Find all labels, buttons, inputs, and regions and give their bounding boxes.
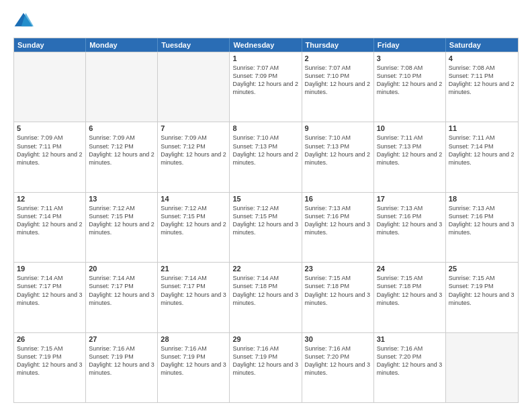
day-number: 24	[377, 265, 443, 273]
cell-detail: Sunrise: 7:14 AMSunset: 7:18 PMDaylight:…	[232, 274, 298, 307]
cell-detail: Sunrise: 7:12 AMSunset: 7:15 PMDaylight:…	[89, 204, 154, 237]
day-number: 31	[377, 335, 443, 343]
day-number: 2	[305, 54, 371, 62]
calendar-cell-1-5: 2Sunrise: 7:07 AMSunset: 7:10 PMDaylight…	[302, 52, 374, 122]
day-number: 7	[161, 124, 226, 132]
day-number: 14	[161, 195, 226, 203]
calendar-header: SundayMondayTuesdayWednesdayThursdayFrid…	[14, 38, 518, 52]
calendar-body: 1Sunrise: 7:07 AMSunset: 7:09 PMDaylight…	[14, 52, 518, 402]
calendar-cell-2-2: 6Sunrise: 7:09 AMSunset: 7:12 PMDaylight…	[86, 122, 158, 191]
calendar-cell-4-5: 23Sunrise: 7:15 AMSunset: 7:18 PMDayligh…	[302, 263, 374, 332]
weekday-header-monday: Monday	[86, 38, 158, 52]
day-number: 1	[232, 54, 298, 62]
day-number: 11	[449, 124, 515, 132]
day-number: 19	[17, 265, 83, 273]
day-number: 6	[89, 124, 154, 132]
day-number: 16	[305, 195, 371, 203]
calendar-cell-2-1: 5Sunrise: 7:09 AMSunset: 7:11 PMDaylight…	[14, 122, 86, 191]
day-number: 21	[161, 265, 226, 273]
cell-detail: Sunrise: 7:12 AMSunset: 7:15 PMDaylight:…	[232, 204, 298, 237]
calendar-cell-2-6: 10Sunrise: 7:11 AMSunset: 7:13 PMDayligh…	[374, 122, 446, 191]
day-number: 20	[89, 265, 154, 273]
calendar-row-2: 5Sunrise: 7:09 AMSunset: 7:11 PMDaylight…	[14, 122, 518, 191]
calendar-cell-2-4: 8Sunrise: 7:10 AMSunset: 7:13 PMDaylight…	[230, 122, 302, 191]
weekday-header-thursday: Thursday	[302, 38, 374, 52]
calendar-row-4: 19Sunrise: 7:14 AMSunset: 7:17 PMDayligh…	[14, 262, 518, 332]
calendar-cell-5-6: 31Sunrise: 7:16 AMSunset: 7:20 PMDayligh…	[374, 333, 446, 402]
calendar-cell-5-1: 26Sunrise: 7:15 AMSunset: 7:19 PMDayligh…	[14, 333, 86, 402]
calendar-cell-3-3: 14Sunrise: 7:12 AMSunset: 7:15 PMDayligh…	[158, 193, 230, 262]
day-number: 29	[232, 335, 298, 343]
day-number: 28	[161, 335, 226, 343]
calendar-cell-3-4: 15Sunrise: 7:12 AMSunset: 7:15 PMDayligh…	[230, 193, 302, 262]
weekday-header-wednesday: Wednesday	[230, 38, 302, 52]
cell-detail: Sunrise: 7:16 AMSunset: 7:19 PMDaylight:…	[89, 345, 154, 377]
calendar-cell-3-2: 13Sunrise: 7:12 AMSunset: 7:15 PMDayligh…	[86, 193, 158, 262]
calendar-cell-3-5: 16Sunrise: 7:13 AMSunset: 7:16 PMDayligh…	[302, 193, 374, 262]
calendar-cell-1-3	[158, 52, 230, 122]
day-number: 22	[232, 265, 298, 273]
calendar-cell-5-7	[446, 333, 518, 402]
weekday-header-sunday: Sunday	[14, 38, 86, 52]
calendar-cell-5-3: 28Sunrise: 7:16 AMSunset: 7:19 PMDayligh…	[158, 333, 230, 402]
calendar-cell-1-1	[14, 52, 86, 122]
weekday-header-friday: Friday	[374, 38, 446, 52]
cell-detail: Sunrise: 7:09 AMSunset: 7:11 PMDaylight:…	[17, 134, 83, 167]
calendar-row-3: 12Sunrise: 7:11 AMSunset: 7:14 PMDayligh…	[14, 192, 518, 262]
day-number: 18	[449, 195, 515, 203]
calendar-cell-2-3: 7Sunrise: 7:09 AMSunset: 7:12 PMDaylight…	[158, 122, 230, 191]
weekday-header-tuesday: Tuesday	[158, 38, 230, 52]
cell-detail: Sunrise: 7:13 AMSunset: 7:16 PMDaylight:…	[449, 204, 515, 237]
calendar-row-1: 1Sunrise: 7:07 AMSunset: 7:09 PMDaylight…	[14, 52, 518, 122]
day-number: 13	[89, 195, 154, 203]
calendar-cell-1-6: 3Sunrise: 7:08 AMSunset: 7:10 PMDaylight…	[374, 52, 446, 122]
day-number: 3	[377, 54, 443, 62]
cell-detail: Sunrise: 7:15 AMSunset: 7:19 PMDaylight:…	[449, 274, 515, 307]
cell-detail: Sunrise: 7:16 AMSunset: 7:19 PMDaylight:…	[232, 345, 298, 377]
cell-detail: Sunrise: 7:10 AMSunset: 7:13 PMDaylight:…	[232, 134, 298, 167]
day-number: 30	[305, 335, 371, 343]
cell-detail: Sunrise: 7:16 AMSunset: 7:20 PMDaylight:…	[377, 345, 443, 377]
cell-detail: Sunrise: 7:16 AMSunset: 7:20 PMDaylight:…	[305, 345, 371, 377]
cell-detail: Sunrise: 7:09 AMSunset: 7:12 PMDaylight:…	[161, 134, 226, 167]
logo	[13, 11, 36, 31]
calendar-cell-5-5: 30Sunrise: 7:16 AMSunset: 7:20 PMDayligh…	[302, 333, 374, 402]
header	[13, 11, 519, 31]
calendar-cell-1-4: 1Sunrise: 7:07 AMSunset: 7:09 PMDaylight…	[230, 52, 302, 122]
day-number: 23	[305, 265, 371, 273]
cell-detail: Sunrise: 7:08 AMSunset: 7:11 PMDaylight:…	[449, 64, 515, 97]
cell-detail: Sunrise: 7:14 AMSunset: 7:17 PMDaylight:…	[17, 274, 83, 307]
cell-detail: Sunrise: 7:13 AMSunset: 7:16 PMDaylight:…	[377, 204, 443, 237]
cell-detail: Sunrise: 7:11 AMSunset: 7:14 PMDaylight:…	[17, 204, 83, 237]
day-number: 12	[17, 195, 83, 203]
calendar-cell-4-4: 22Sunrise: 7:14 AMSunset: 7:18 PMDayligh…	[230, 263, 302, 332]
cell-detail: Sunrise: 7:15 AMSunset: 7:18 PMDaylight:…	[377, 274, 443, 307]
cell-detail: Sunrise: 7:14 AMSunset: 7:17 PMDaylight:…	[161, 274, 226, 307]
cell-detail: Sunrise: 7:07 AMSunset: 7:10 PMDaylight:…	[305, 64, 371, 97]
calendar-cell-4-7: 25Sunrise: 7:15 AMSunset: 7:19 PMDayligh…	[446, 263, 518, 332]
calendar-cell-3-6: 17Sunrise: 7:13 AMSunset: 7:16 PMDayligh…	[374, 193, 446, 262]
calendar-cell-2-7: 11Sunrise: 7:11 AMSunset: 7:14 PMDayligh…	[446, 122, 518, 191]
cell-detail: Sunrise: 7:11 AMSunset: 7:14 PMDaylight:…	[449, 134, 515, 167]
page: SundayMondayTuesdayWednesdayThursdayFrid…	[0, 0, 532, 411]
cell-detail: Sunrise: 7:08 AMSunset: 7:10 PMDaylight:…	[377, 64, 443, 97]
calendar-cell-4-3: 21Sunrise: 7:14 AMSunset: 7:17 PMDayligh…	[158, 263, 230, 332]
cell-detail: Sunrise: 7:13 AMSunset: 7:16 PMDaylight:…	[305, 204, 371, 237]
cell-detail: Sunrise: 7:14 AMSunset: 7:17 PMDaylight:…	[89, 274, 154, 307]
cell-detail: Sunrise: 7:10 AMSunset: 7:13 PMDaylight:…	[305, 134, 371, 167]
day-number: 26	[17, 335, 83, 343]
cell-detail: Sunrise: 7:12 AMSunset: 7:15 PMDaylight:…	[161, 204, 226, 237]
cell-detail: Sunrise: 7:07 AMSunset: 7:09 PMDaylight:…	[232, 64, 298, 97]
calendar-cell-4-1: 19Sunrise: 7:14 AMSunset: 7:17 PMDayligh…	[14, 263, 86, 332]
cell-detail: Sunrise: 7:15 AMSunset: 7:18 PMDaylight:…	[305, 274, 371, 307]
cell-detail: Sunrise: 7:11 AMSunset: 7:13 PMDaylight:…	[377, 134, 443, 167]
cell-detail: Sunrise: 7:09 AMSunset: 7:12 PMDaylight:…	[89, 134, 154, 167]
calendar-cell-5-4: 29Sunrise: 7:16 AMSunset: 7:19 PMDayligh…	[230, 333, 302, 402]
calendar-cell-1-2	[86, 52, 158, 122]
day-number: 4	[449, 54, 515, 62]
day-number: 17	[377, 195, 443, 203]
calendar-cell-4-2: 20Sunrise: 7:14 AMSunset: 7:17 PMDayligh…	[86, 263, 158, 332]
day-number: 5	[17, 124, 83, 132]
cell-detail: Sunrise: 7:15 AMSunset: 7:19 PMDaylight:…	[17, 345, 83, 377]
day-number: 27	[89, 335, 154, 343]
